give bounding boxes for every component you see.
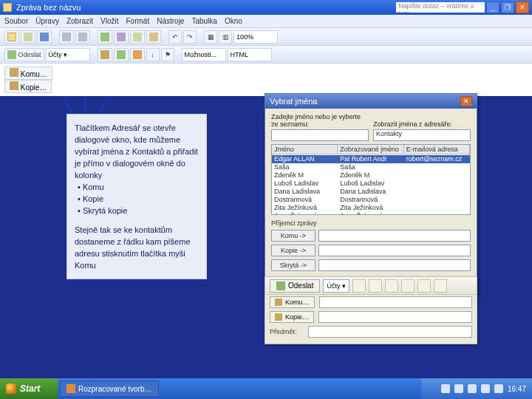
col-display[interactable]: Zobrazované jméno xyxy=(338,145,403,154)
start-button[interactable]: Start xyxy=(0,378,58,399)
menu-bar: Soubor Úpravy Zobrazit Vložit Formát Nás… xyxy=(0,15,532,28)
col-email[interactable]: E-mailová adresa xyxy=(404,145,470,154)
flag-icon[interactable]: ⚑ xyxy=(161,48,174,61)
tray-icon[interactable] xyxy=(481,384,490,393)
compose-flag-icon[interactable] xyxy=(417,279,431,293)
addressbook-select[interactable]: Kontakty xyxy=(373,129,471,141)
accounts-select[interactable]: Účty ▾ xyxy=(46,48,90,61)
cut-icon[interactable] xyxy=(114,30,129,44)
compose-importance-high-icon[interactable] xyxy=(401,279,415,293)
importance-high-icon[interactable] xyxy=(130,48,145,61)
to-button[interactable]: Komu… xyxy=(4,66,52,80)
help-search-input[interactable]: Napište dotaz – vrátíme o tom xyxy=(396,2,485,13)
list-item[interactable]: Zita JežínkováZita Ježínková xyxy=(272,204,470,212)
menu-tools[interactable]: Nástroje xyxy=(157,17,184,25)
menu-format[interactable]: Formát xyxy=(126,17,150,25)
paste-icon[interactable] xyxy=(146,30,161,44)
compose-subject-input[interactable] xyxy=(308,326,472,338)
system-tray: 16:47 xyxy=(421,378,532,399)
select-names-dialog: Vybrat jména ✕ Zadejte jméno nebo je vyb… xyxy=(265,93,477,297)
compose-accounts-select[interactable]: Účty ▾ xyxy=(323,279,349,293)
list-item[interactable]: Edgar ALLANPal Robert Andrrobert@seznam.… xyxy=(272,155,470,163)
tray-icon[interactable] xyxy=(441,384,450,393)
menu-edit[interactable]: Úpravy xyxy=(35,17,59,25)
note-paragraph: Stejně tak se ke kontaktům dostaneme z ř… xyxy=(75,224,199,271)
compose-checknames-icon[interactable] xyxy=(385,279,398,293)
search-label: Zadejte jméno nebo je vyberte ze seznamu… xyxy=(271,113,369,128)
cc-add-button[interactable]: Kopie -> xyxy=(271,245,316,256)
preview-icon[interactable] xyxy=(75,30,90,44)
check-names-icon[interactable] xyxy=(114,48,129,61)
compose-paste-icon[interactable] xyxy=(352,279,366,293)
recipients-label: Příjemci zprávy xyxy=(271,219,471,227)
menu-file[interactable]: Soubor xyxy=(4,17,28,25)
list-item[interactable]: Dana LadislavaDana Ladislava xyxy=(272,188,470,196)
copy-icon[interactable] xyxy=(130,30,145,44)
window-titlebar: Zpráva bez názvu Napište dotaz – vrátíme… xyxy=(0,0,532,15)
menu-view[interactable]: Zobrazit xyxy=(66,17,93,25)
table-icon[interactable]: ▦ xyxy=(204,30,217,44)
minimize-button[interactable]: _ xyxy=(486,1,499,13)
menu-insert[interactable]: Vložit xyxy=(100,17,118,25)
compose-options-icon[interactable] xyxy=(434,279,447,293)
menu-table[interactable]: Tabulka xyxy=(191,17,216,25)
search-input[interactable] xyxy=(271,129,369,141)
app-icon xyxy=(3,3,12,12)
save-icon[interactable] xyxy=(37,30,52,44)
importance-low-icon[interactable]: ↓ xyxy=(146,48,160,61)
addressbook-icon[interactable] xyxy=(98,48,112,61)
window-title: Zpráva bez názvu xyxy=(16,3,81,12)
compose-to-button[interactable]: Komu… xyxy=(270,296,315,308)
menu-window[interactable]: Okno xyxy=(225,17,242,25)
format-select[interactable]: HTML xyxy=(228,48,272,61)
compose-to-input[interactable] xyxy=(319,296,472,308)
mail-toolbar: Odeslat Účty ▾ ↓ ⚑ Možnosti... HTML xyxy=(0,46,532,64)
tray-icon[interactable] xyxy=(468,384,477,393)
compose-send-button[interactable]: Odeslat xyxy=(270,279,320,293)
redo-icon[interactable]: ↷ xyxy=(183,30,197,44)
new-icon[interactable] xyxy=(4,30,19,44)
dialog-close-icon[interactable]: ✕ xyxy=(460,96,472,106)
cc-button[interactable]: Kopie… xyxy=(4,80,52,93)
print-icon[interactable] xyxy=(59,30,74,44)
addressbook-label: Zobrazit jména z adresáře: xyxy=(373,120,471,128)
dialog-title: Vybrat jména xyxy=(270,97,317,106)
slide-area: Tlačítkem Adresář se otevře dialogové ok… xyxy=(0,96,532,378)
col-name[interactable]: Jméno xyxy=(272,145,338,154)
options-button[interactable]: Možnosti... xyxy=(182,48,226,61)
close-button[interactable]: ✕ xyxy=(516,1,529,13)
spellcheck-icon[interactable] xyxy=(98,30,112,44)
note-bullet: • Kopie xyxy=(78,193,199,205)
cc-recipients-input[interactable] xyxy=(318,245,471,256)
tray-icon[interactable] xyxy=(494,384,503,393)
list-item[interactable]: DostrannováDostrannová xyxy=(272,196,470,204)
contacts-list[interactable]: Jméno Zobrazované jméno E-mailová adresa… xyxy=(271,144,471,215)
compose-cc-button[interactable]: Kopie… xyxy=(270,311,314,323)
compose-subject-label: Předmět: xyxy=(270,328,304,335)
send-button[interactable]: Odeslat xyxy=(4,48,44,61)
list-item[interactable]: Luboš LadislavLuboš Ladislav xyxy=(272,180,470,188)
zoom-select[interactable]: 100% xyxy=(233,30,278,44)
open-icon[interactable] xyxy=(21,30,35,44)
explanation-note: Tlačítkem Adresář se otevře dialogové ok… xyxy=(66,114,207,279)
list-item[interactable]: Zdeněk MZdeněk M xyxy=(272,171,470,180)
to-recipients-input[interactable] xyxy=(318,230,471,242)
compose-cc-input[interactable] xyxy=(318,311,472,323)
windows-logo-icon xyxy=(6,383,16,394)
arrow-line xyxy=(64,99,74,115)
columns-icon[interactable]: ▥ xyxy=(219,30,232,44)
tray-icon[interactable] xyxy=(454,384,463,393)
maximize-button[interactable]: ❐ xyxy=(501,1,514,13)
compose-addressbook-icon[interactable] xyxy=(369,279,382,293)
compose-snippet: Odeslat Účty ▾ Komu… Kopie… Předmět: xyxy=(265,276,477,344)
taskbar: Start Rozpracované tvorb… 16:47 xyxy=(0,378,532,399)
compose-toolbar: Odeslat Účty ▾ xyxy=(265,277,477,295)
list-item[interactable]: SašaSaša xyxy=(272,163,470,171)
taskbar-item[interactable]: Rozpracované tvorb… xyxy=(60,381,159,397)
list-item[interactable]: Jana ŠrámováJana Šrámová.cz xyxy=(272,212,470,215)
bcc-add-button[interactable]: Skrytá -> xyxy=(271,259,316,271)
bcc-recipients-input[interactable] xyxy=(318,259,471,271)
undo-icon[interactable]: ↶ xyxy=(168,30,182,44)
to-add-button[interactable]: Komu -> xyxy=(271,230,316,242)
note-bullet: • Komu xyxy=(78,181,199,193)
